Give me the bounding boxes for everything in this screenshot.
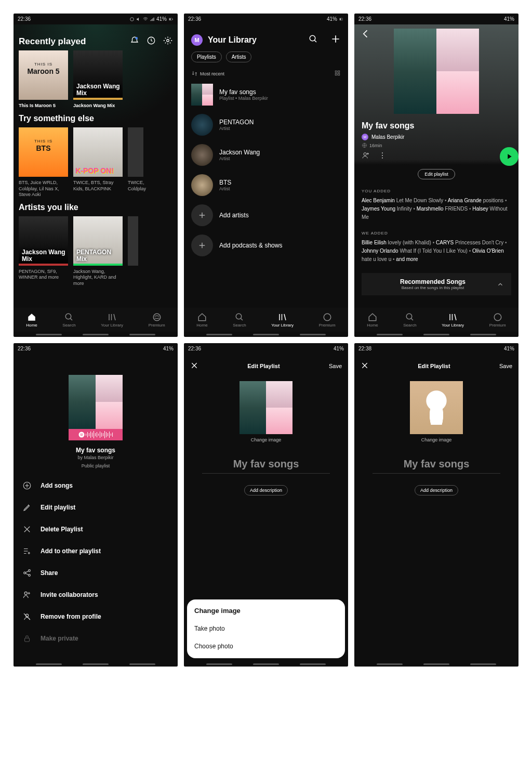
close-icon[interactable] [190, 361, 198, 371]
playlist-cover[interactable] [410, 381, 463, 434]
option-take-photo[interactable]: Take photo [194, 620, 338, 637]
svg-point-30 [24, 592, 27, 594]
recommended-bar[interactable]: Recommended SongsBased on the songs in t… [362, 273, 511, 295]
option-choose-photo[interactable]: Choose photo [194, 637, 338, 655]
chip-artists[interactable]: Artists [226, 51, 252, 62]
svg-point-4 [136, 37, 138, 40]
nav-search[interactable]: Search [233, 312, 246, 328]
profile-avatar[interactable]: M [191, 34, 203, 46]
recent-card-1[interactable]: Jackson Wang Mix Jackson Wang Mix [73, 50, 123, 109]
menu-add-songs[interactable]: Add songs [22, 475, 169, 497]
chip-playlists[interactable]: Playlists [191, 51, 222, 62]
play-button[interactable] [500, 147, 518, 166]
nav-premium[interactable]: Premium [489, 312, 506, 328]
library-row-artist-2[interactable]: BTSArtist [184, 170, 348, 200]
screen-playlist: 22:3641% My fav songs MMalas Berpikir 16… [354, 14, 518, 337]
svg-point-22 [382, 158, 383, 159]
save-button[interactable]: Save [499, 363, 512, 369]
nav-library[interactable]: Your Library [101, 312, 123, 328]
try-card-0[interactable]: THIS ISBTS BTS, Juice WRLD, Coldplay, Li… [19, 127, 68, 198]
add-podcasts-button[interactable]: Add podcasts & shows [184, 230, 348, 260]
change-image-link[interactable]: Change image [354, 437, 518, 442]
svg-rect-2 [169, 18, 171, 20]
nav-search[interactable]: Search [403, 312, 416, 328]
edit-title: Edit Playlist [247, 363, 280, 369]
menu-edit-playlist[interactable]: Edit playlist [22, 497, 169, 518]
add-description-button[interactable]: Add description [415, 485, 458, 495]
history-icon[interactable] [147, 36, 156, 47]
nav-home[interactable]: Home [367, 312, 378, 328]
svg-point-29 [29, 575, 31, 577]
nav-library[interactable]: Your Library [442, 312, 464, 328]
svg-point-8 [153, 314, 161, 321]
nav-premium[interactable]: Premium [319, 312, 336, 328]
change-image-sheet: Change image Take photo Choose photo [187, 599, 345, 658]
library-row-artist-0[interactable]: PENTAGONArtist [184, 110, 348, 140]
add-icon[interactable] [330, 34, 341, 46]
svg-point-21 [382, 155, 383, 156]
svg-point-6 [167, 40, 169, 42]
try-card-1[interactable]: K-POP ON! TWICE, BTS, Stray Kids, BLACKP… [73, 127, 123, 198]
add-artists-button[interactable]: Add artists [184, 200, 348, 230]
globe-icon [362, 142, 367, 148]
svg-rect-32 [25, 638, 30, 642]
close-icon[interactable] [361, 361, 369, 371]
screen-library: 22:36 41% M Your Library Playlists Artis… [184, 14, 348, 337]
svg-point-27 [24, 572, 26, 574]
try-card-2[interactable]: TWICE, Coldplay [128, 127, 143, 198]
home-header: Recently played [19, 36, 86, 47]
add-description-button[interactable]: Add description [244, 485, 288, 495]
sheet-title: Change image [194, 607, 338, 615]
change-image-link[interactable]: Change image [184, 437, 348, 442]
screen-edit-sheet: 22:3641% Edit Playlist Save Change image… [184, 343, 348, 667]
svg-rect-15 [338, 74, 340, 75]
svg-point-11 [310, 35, 315, 41]
menu-remove-profile[interactable]: Remove from profile [22, 606, 169, 628]
recent-card-0[interactable]: THIS ISMaroon 5 This Is Maroon 5 [19, 50, 68, 109]
bottom-nav: Home Search Your Library Premium [14, 308, 178, 332]
playlist-cover[interactable] [240, 381, 292, 434]
svg-point-28 [29, 570, 31, 572]
nav-home[interactable]: Home [26, 312, 37, 328]
settings-icon[interactable] [163, 36, 172, 47]
chevron-up-icon [497, 281, 504, 288]
svg-point-24 [494, 314, 501, 321]
svg-point-23 [406, 314, 412, 319]
svg-point-19 [364, 153, 366, 155]
sort-button[interactable]: Most recent [191, 70, 224, 77]
nav-library[interactable]: Your Library [271, 312, 294, 328]
artist-card-1[interactable]: PENTAGON Mix Jackson Wang, Highlight, KA… [73, 216, 123, 286]
menu-make-private[interactable]: Make private [22, 628, 169, 649]
library-row-artist-1[interactable]: Jackson WangArtist [184, 140, 348, 170]
artist-card-2[interactable] [128, 216, 138, 286]
nav-premium[interactable]: Premium [149, 312, 165, 328]
library-row-playlist[interactable]: My fav songsPlaylist • Malas Berpikir [184, 80, 348, 110]
add-user-icon[interactable] [362, 151, 370, 162]
section-try: Try something else [14, 109, 178, 127]
playlist-owner[interactable]: MMalas Berpikir [362, 134, 511, 140]
menu-add-other[interactable]: Add to other playlist [22, 540, 169, 562]
save-button[interactable]: Save [329, 363, 342, 369]
playlist-name-input[interactable]: My fav songs [202, 458, 330, 474]
svg-rect-10 [340, 18, 341, 20]
menu-invite[interactable]: Invite collaborators [22, 584, 169, 606]
screen-playlist-menu: 22:3641% My fav songs by Malas Berpikir … [14, 343, 178, 667]
playlist-cover [394, 29, 479, 114]
view-grid-icon[interactable] [334, 70, 341, 77]
search-icon[interactable] [309, 34, 318, 46]
svg-rect-12 [335, 71, 337, 72]
back-icon[interactable] [361, 29, 371, 41]
svg-point-0 [130, 17, 134, 21]
status-time: 22:36 [18, 16, 31, 22]
nav-search[interactable]: Search [62, 312, 75, 328]
you-added-label: YOU ADDED [362, 189, 511, 193]
more-icon[interactable] [378, 151, 387, 162]
menu-delete-playlist[interactable]: Delete Playlist [22, 518, 169, 540]
playlist-name-input[interactable]: My fav songs [373, 458, 500, 474]
svg-rect-14 [335, 74, 337, 75]
nav-home[interactable]: Home [196, 312, 207, 328]
menu-share[interactable]: Share [22, 562, 169, 584]
notification-icon[interactable] [130, 36, 139, 47]
artist-card-0[interactable]: Jackson Wang Mix PENTAGON, SF9, WINNER a… [19, 216, 68, 286]
edit-playlist-button[interactable]: Edit playlist [418, 169, 455, 179]
